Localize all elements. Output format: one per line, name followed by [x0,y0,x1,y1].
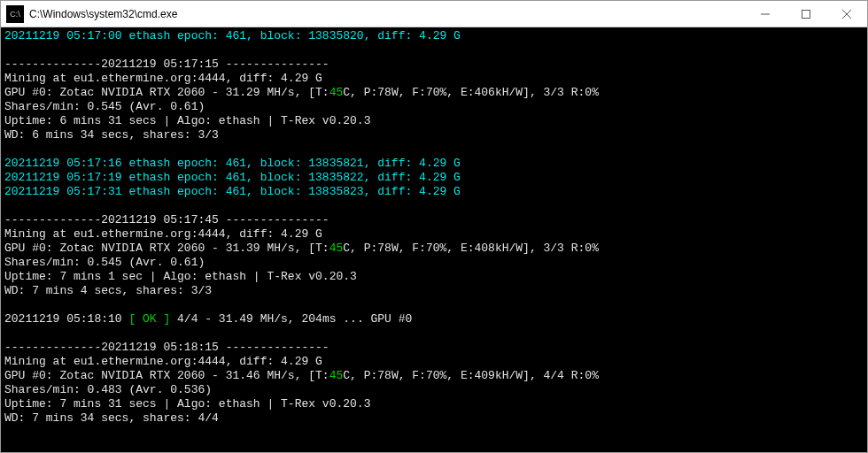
gpu-temp: 45 [329,86,344,99]
ok-badge: [ OK ] [128,312,170,326]
gpu-line: GPU #0: Zotac NVIDIA RTX 2060 - 31.39 MH… [4,242,599,255]
separator: --------------20211219 05:17:15 --------… [4,58,329,71]
shares-line: Shares/min: 0.483 (Avr. 0.536) [4,383,212,396]
separator: --------------20211219 05:18:15 --------… [4,341,329,354]
epoch-line: 20211219 05:17:16 ethash epoch: 461, blo… [4,157,461,170]
uptime-line: Uptime: 6 mins 31 secs | Algo: ethash | … [4,114,370,127]
gpu-temp: 45 [329,242,344,255]
wd-line: WD: 7 mins 34 secs, shares: 4/4 [4,411,219,425]
epoch-line: 20211219 05:17:31 ethash epoch: 461, blo… [4,185,461,198]
shares-line: Shares/min: 0.545 (Avr. 0.61) [4,100,205,113]
close-icon [842,10,851,19]
maximize-button[interactable] [786,1,826,27]
titlebar[interactable]: C:\ C:\Windows\system32\cmd.exe [1,1,867,27]
gpu-line: GPU #0: Zotac NVIDIA RTX 2060 - 31.29 MH… [4,86,599,99]
gpu-line: GPU #0: Zotac NVIDIA RTX 2060 - 31.46 MH… [4,369,599,382]
share-accepted-line: 20211219 05:18:10 [ OK ] 4/4 - 31.49 MH/… [4,312,412,326]
mining-line: Mining at eu1.ethermine.org:4444, diff: … [4,355,322,368]
gpu-temp: 45 [329,369,344,382]
mining-line: Mining at eu1.ethermine.org:4444, diff: … [4,227,322,241]
epoch-line: 20211219 05:17:00 ethash epoch: 461, blo… [4,29,461,42]
uptime-line: Uptime: 7 mins 1 sec | Algo: ethash | T-… [4,270,357,283]
mining-line: Mining at eu1.ethermine.org:4444, diff: … [4,72,322,85]
shares-line: Shares/min: 0.545 (Avr. 0.61) [4,256,205,269]
cmd-window: C:\ C:\Windows\system32\cmd.exe 20211219… [0,0,868,453]
minimize-button[interactable] [745,1,786,27]
maximize-icon [802,10,810,19]
close-button[interactable] [826,1,867,27]
svg-rect-1 [802,10,810,18]
wd-line: WD: 7 mins 4 secs, shares: 3/3 [4,284,212,297]
wd-line: WD: 6 mins 34 secs, shares: 3/3 [4,128,219,142]
cmd-icon: C:\ [6,5,24,23]
minimize-icon [761,10,770,19]
window-title: C:\Windows\system32\cmd.exe [29,8,745,20]
uptime-line: Uptime: 7 mins 31 secs | Algo: ethash | … [4,397,370,411]
epoch-line: 20211219 05:17:19 ethash epoch: 461, blo… [4,171,461,184]
window-controls [745,1,867,27]
separator: --------------20211219 05:17:45 --------… [4,213,329,226]
console-output[interactable]: 20211219 05:17:00 ethash epoch: 461, blo… [1,27,867,452]
